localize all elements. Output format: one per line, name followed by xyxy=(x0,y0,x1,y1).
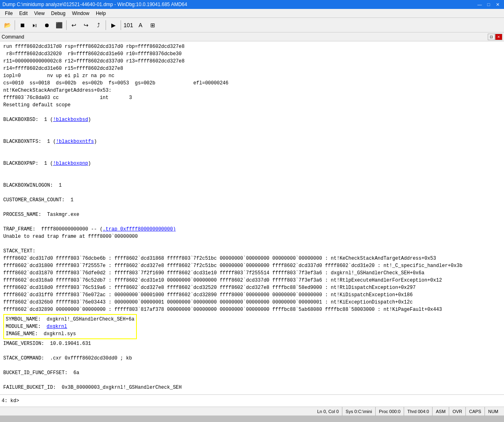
toolbar-run-btn[interactable]: ▶ xyxy=(108,20,119,30)
toolbar-font-btn[interactable]: A xyxy=(135,20,146,30)
toolbar-btn-4[interactable]: ⬛ xyxy=(53,20,65,30)
cmd-input-bar: 4: kd> xyxy=(0,394,504,407)
cmd-header-controls: ⊡ ✕ xyxy=(488,34,502,40)
cmd-window-header: Command ⊡ ✕ xyxy=(0,32,504,41)
status-num: NUM xyxy=(485,407,502,416)
toolbar-open-button[interactable]: 📂 xyxy=(2,20,13,30)
menu-debug[interactable]: Debug xyxy=(48,10,69,17)
menubar: File Edit View Debug Window Help xyxy=(0,9,504,18)
toolbar-step-over[interactable]: ↪ xyxy=(80,20,92,30)
menu-file[interactable]: File xyxy=(2,10,16,17)
status-sys: Sys 0:C:\mini xyxy=(342,407,375,416)
toolbar-separator-2 xyxy=(66,20,67,30)
toolbar-btn-2[interactable]: ⏯ xyxy=(29,20,40,30)
maximize-button[interactable]: □ xyxy=(485,1,493,8)
menu-window[interactable]: Window xyxy=(69,10,93,17)
toolbar-layout-btn[interactable]: ⊞ xyxy=(147,20,158,30)
toolbar-step-btn[interactable]: ↩ xyxy=(68,20,80,30)
cmd-window-label: Command xyxy=(2,34,24,40)
toolbar-btn-1[interactable]: ⏹ xyxy=(17,20,28,30)
status-ovr: OVR xyxy=(449,407,465,416)
blackboxntfs-link[interactable]: !blackboxntfs xyxy=(56,139,94,144)
status-asm: ASM xyxy=(432,407,449,416)
cmd-prompt: 4: kd> xyxy=(2,398,19,404)
status-proc: Proc 000:0 xyxy=(375,407,404,416)
cmd-input-field[interactable] xyxy=(21,398,502,404)
image-name-line: IMAGE_NAME: dxgkrnl.sys xyxy=(6,330,134,338)
statusbar: Ln 0, Col 0 Sys 0:C:\mini Proc 000:0 Thr… xyxy=(0,407,504,416)
register-dump: run ffff8602dcd317d0 rsp=ffff8602dcd317d… xyxy=(3,43,501,313)
menu-edit[interactable]: Edit xyxy=(16,10,31,17)
toolbar-separator-3 xyxy=(106,20,106,30)
status-ln-col: Ln 0, Col 0 xyxy=(314,407,342,416)
toolbar-disasm-btn[interactable]: 101 xyxy=(123,20,134,30)
blackboxbsd-link[interactable]: !blackboxbsd xyxy=(53,117,88,123)
titlebar: Dump C:\minidump analyze\012521-44640-01… xyxy=(0,0,504,9)
cmd-resize-button[interactable]: ⊡ xyxy=(488,34,495,40)
symbol-highlight-box: SYMBOL_NAME: dxgkrnl!_GSHandlerCheck_SEH… xyxy=(3,314,137,339)
main-content-area[interactable]: run ffff8602dcd317d0 rsp=ffff8602dcd317d… xyxy=(0,41,504,394)
status-thrd: Thrd 004:0 xyxy=(404,407,432,416)
close-button[interactable]: ✕ xyxy=(493,1,502,8)
status-caps: CAPS xyxy=(465,407,485,416)
menu-help[interactable]: Help xyxy=(93,10,109,17)
toolbar-btn-3[interactable]: ⏺ xyxy=(41,20,52,30)
menu-view[interactable]: View xyxy=(31,10,48,17)
toolbar: 📂 ⏹ ⏯ ⏺ ⬛ ↩ ↪ ⤴ ▶ 101 A ⊞ xyxy=(0,18,504,32)
blackboxpnp-link[interactable]: !blackboxpnp xyxy=(53,161,88,166)
titlebar-title: Dump C:\minidump analyze\012521-44640-01… xyxy=(2,2,187,7)
symbol-name-line: SYMBOL_NAME: dxgkrnl!_GSHandlerCheck_SEH… xyxy=(6,316,134,323)
module-name-line: MODULE_NAME: dxgkrnl xyxy=(6,323,134,330)
toolbar-step-out[interactable]: ⤴ xyxy=(93,20,104,30)
toolbar-separator-4 xyxy=(121,20,121,30)
module-name-link[interactable]: dxgkrnl xyxy=(47,324,67,329)
remaining-output: IMAGE_VERSION: 10.0.19041.631 STACK_COMM… xyxy=(3,340,501,394)
toolbar-separator-1 xyxy=(15,20,15,30)
minimize-button[interactable]: — xyxy=(476,1,484,8)
trap-link[interactable]: .trap 0xffff800000000000) xyxy=(103,226,176,232)
titlebar-controls: — □ ✕ xyxy=(476,1,502,8)
cmd-close-button[interactable]: ✕ xyxy=(495,34,502,40)
